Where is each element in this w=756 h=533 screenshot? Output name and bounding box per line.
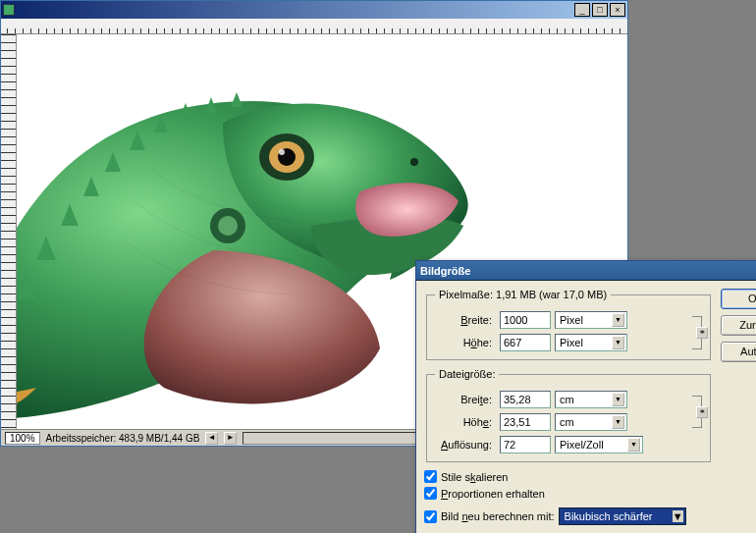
memory-info: Arbeitsspeicher: 483,9 MB/1,44 GB xyxy=(46,433,200,444)
dialog-titlebar[interactable]: Bildgröße × xyxy=(416,261,756,281)
page-next-button[interactable]: ► xyxy=(224,432,237,445)
maximize-button[interactable]: □ xyxy=(592,3,608,17)
constrain-link-icon: ⚭ xyxy=(692,396,702,428)
doc-width-label: Breite: xyxy=(435,394,496,405)
document-size-legend: Dateigröße: xyxy=(435,368,499,380)
dialog-title-text: Bildgröße xyxy=(420,265,470,277)
resolution-label: Auflösung: xyxy=(435,439,496,451)
constrain-proportions-label: Proportionen erhalten xyxy=(441,488,545,500)
pixel-height-label: Höhe: xyxy=(435,337,496,348)
doc-height-input[interactable] xyxy=(500,413,551,431)
page-prev-button[interactable]: ◄ xyxy=(205,432,218,445)
close-button[interactable]: × xyxy=(610,3,625,17)
svg-point-3 xyxy=(279,149,285,155)
pixel-height-input[interactable] xyxy=(500,334,551,351)
minimize-button[interactable]: _ xyxy=(574,3,590,17)
chevron-down-icon: ▼ xyxy=(612,313,624,327)
pixel-height-unit-select[interactable]: Pixel ▼ xyxy=(555,334,627,351)
chevron-down-icon: ▼ xyxy=(612,415,624,429)
ok-button[interactable]: OK xyxy=(721,289,756,309)
resolution-input[interactable] xyxy=(500,436,551,453)
resample-method-select[interactable]: Bikubisch schärfer ▼ xyxy=(559,507,686,525)
resample-checkbox[interactable] xyxy=(424,510,437,523)
scale-styles-checkbox[interactable] xyxy=(424,470,437,483)
system-icon xyxy=(3,4,15,16)
zoom-field[interactable]: 100% xyxy=(5,432,40,445)
pixel-dimensions-legend: Pixelmaße: 1,91 MB (war 17,0 MB) xyxy=(435,289,611,300)
doc-height-unit-select[interactable]: cm ▼ xyxy=(555,413,627,431)
titlebar[interactable]: _ □ × xyxy=(1,1,627,19)
back-button[interactable]: Zurück xyxy=(721,315,756,336)
chevron-down-icon: ▼ xyxy=(612,393,624,406)
image-size-dialog: Bildgröße × Pixelmaße: 1,91 MB (war 17,0… xyxy=(415,260,756,533)
svg-point-5 xyxy=(218,216,238,236)
link-icon[interactable]: ⚭ xyxy=(696,327,708,339)
constrain-link-icon: ⚭ xyxy=(692,316,702,349)
ruler-vertical[interactable] xyxy=(1,34,17,429)
pixel-width-label: BBreite:reite: xyxy=(435,314,496,326)
doc-height-label: Höhe: xyxy=(435,416,496,428)
resample-label: Bild neu berechnen mit: xyxy=(441,510,555,522)
document-size-group: Dateigröße: Breite: cm ▼ Höhe: xyxy=(426,368,711,462)
chevron-down-icon: ▼ xyxy=(612,336,624,349)
chevron-down-icon: ▼ xyxy=(627,438,640,452)
scale-styles-label: Stile skalieren xyxy=(441,471,509,483)
pixel-dimensions-group: Pixelmaße: 1,91 MB (war 17,0 MB) BBreite… xyxy=(426,289,711,360)
svg-point-6 xyxy=(410,158,418,166)
chevron-down-icon: ▼ xyxy=(673,510,683,522)
auto-button[interactable]: Auto... xyxy=(721,342,756,362)
link-icon[interactable]: ⚭ xyxy=(696,406,708,418)
pixel-width-unit-select[interactable]: Pixel ▼ xyxy=(555,311,627,329)
ruler-horizontal[interactable] xyxy=(1,19,627,34)
constrain-proportions-checkbox[interactable] xyxy=(424,487,437,500)
pixel-width-input[interactable] xyxy=(500,311,551,329)
doc-width-input[interactable] xyxy=(500,391,551,408)
doc-width-unit-select[interactable]: cm ▼ xyxy=(555,391,627,408)
resolution-unit-select[interactable]: Pixel/Zoll ▼ xyxy=(555,436,643,453)
